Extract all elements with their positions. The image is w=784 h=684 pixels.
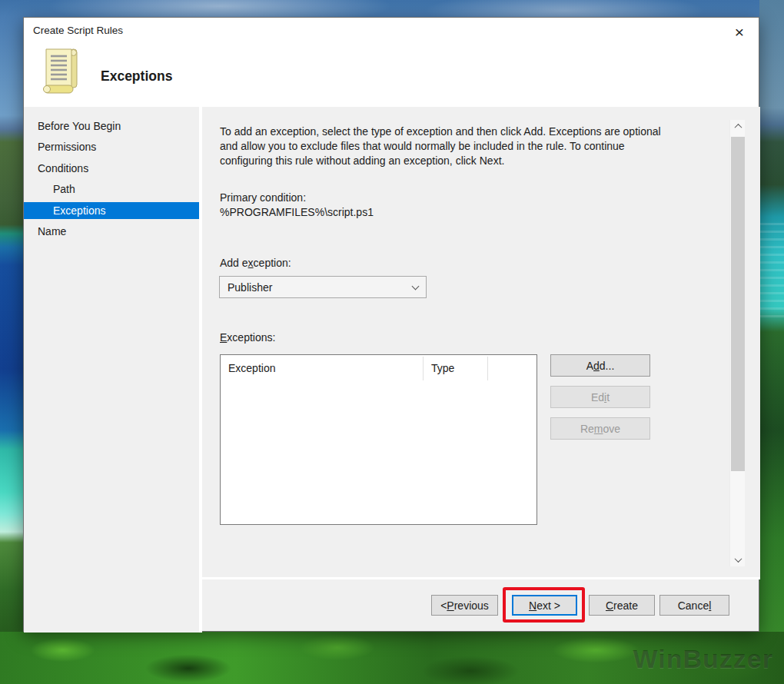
dialog-header: Create Script Rules × Exceptions <box>24 18 759 107</box>
exception-type-dropdown[interactable]: Publisher <box>219 276 427 298</box>
sidebar-item-permissions[interactable]: Permissions <box>24 138 199 155</box>
intro-text: To add an exception, select the type of … <box>220 125 667 168</box>
primary-condition-label: Primary condition: <box>220 191 306 204</box>
add-button[interactable]: Add... <box>550 354 650 377</box>
watermark-text: WinBuzzer <box>633 644 773 674</box>
scroll-up-icon[interactable] <box>730 120 746 133</box>
edit-button[interactable]: Edit <box>550 386 650 408</box>
window-title: Create Script Rules <box>33 25 123 36</box>
wallpaper-bottom-strip: WinBuzzer <box>0 632 784 684</box>
column-separator <box>487 357 488 380</box>
exceptions-list-label: Exceptions: <box>220 331 275 344</box>
sidebar-item-name[interactable]: Name <box>24 223 199 240</box>
dropdown-selected-value: Publisher <box>228 281 272 294</box>
content-scrollbar[interactable] <box>729 120 745 566</box>
scroll-down-icon[interactable] <box>730 553 746 566</box>
remove-button[interactable]: Remove <box>550 417 650 440</box>
wizard-steps-sidebar: Before You Begin Permissions Conditions … <box>24 107 199 633</box>
footer-divider <box>202 577 760 579</box>
column-separator <box>423 357 424 380</box>
sidebar-item-path[interactable]: Path <box>24 181 199 198</box>
exceptions-page-content: To add an exception, select the type of … <box>202 107 760 577</box>
create-button[interactable]: Create <box>589 595 655 616</box>
column-header-exception[interactable]: Exception <box>221 355 423 381</box>
exceptions-list[interactable]: Exception Type <box>220 354 537 525</box>
previous-button[interactable]: < Previous <box>431 595 498 616</box>
scrollbar-thumb[interactable] <box>731 137 745 471</box>
column-header-type[interactable]: Type <box>424 355 487 381</box>
chevron-down-icon <box>412 283 420 291</box>
create-script-rules-dialog: Create Script Rules × Exceptions <box>23 17 759 632</box>
page-title: Exceptions <box>101 68 172 85</box>
sidebar-item-conditions[interactable]: Conditions <box>24 160 199 177</box>
cancel-button[interactable]: Cancel <box>659 595 729 616</box>
next-button[interactable]: Next > <box>512 595 577 616</box>
add-exception-label: Add exception: <box>220 257 291 269</box>
script-scroll-icon <box>41 47 79 100</box>
close-icon[interactable]: × <box>726 21 752 44</box>
sidebar-item-exceptions[interactable]: Exceptions <box>24 202 199 219</box>
primary-condition-value: %PROGRAMFILES%\script.ps1 <box>220 206 374 218</box>
wallpaper-right-strip <box>759 0 784 684</box>
sidebar-item-before-you-begin[interactable]: Before You Begin <box>24 118 199 134</box>
